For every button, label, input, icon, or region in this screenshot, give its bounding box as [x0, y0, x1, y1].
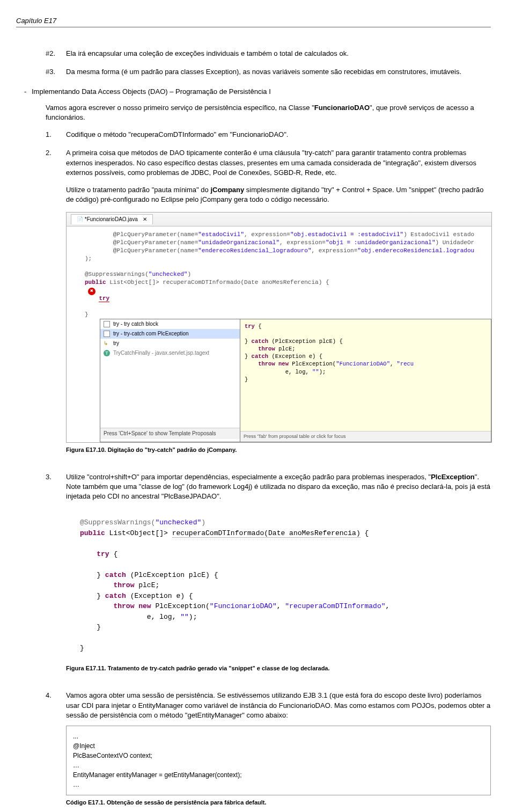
text: "obj1 = :unidadeOrganizacional" [326, 239, 436, 246]
text: public [80, 529, 105, 537]
text: try [97, 550, 109, 558]
marker: #3. [46, 67, 66, 77]
step-4: 4. Vamos agora obter uma sessão de persi… [46, 691, 491, 812]
item-body: Vamos agora obter uma sessão de persistê… [66, 691, 491, 812]
text: catch [252, 338, 269, 345]
text: ); [189, 613, 197, 621]
item-body: Utilize "control+shift+O" para importar … [66, 472, 491, 682]
bold: FuncionarioDAO [314, 104, 370, 112]
text: catch [105, 592, 126, 600]
text: "recuperaComDTInformado" [285, 602, 385, 610]
text: , [277, 602, 285, 610]
text: try [113, 340, 119, 347]
text: ) EstadoCivil estado [403, 231, 474, 238]
file-icon: 📄 [77, 216, 83, 222]
text: List<Object[]> recuperaComDTInformado(Da… [106, 279, 329, 286]
text: "unchecked" [149, 271, 188, 277]
text: "FuncionarioDAO" [336, 361, 390, 367]
paragraph: Utilize o tratamento padrão "pauta mínim… [66, 185, 491, 204]
text: (PlcException plcE) { [126, 571, 218, 579]
error-marker-icon: ✖ [88, 288, 95, 295]
editor-tab[interactable]: 📄 *FuncionarioDAO.java ✕ [71, 214, 153, 224]
text: ) UnidadeOr [436, 239, 475, 246]
figure-caption: Figura E17.10. Digitação do "try-catch" … [66, 446, 491, 454]
text: ); [85, 255, 484, 263]
text: @SuppressWarnings( [80, 518, 155, 526]
item-body: Codifique o método "recuperaComDTInforma… [66, 130, 491, 140]
text: throw [113, 581, 134, 589]
text: { [109, 550, 118, 558]
text: recuperaComDTInformado(Date anoMesRefere… [172, 529, 360, 538]
section-intro: Vamos agora escrever o nosso primeiro se… [46, 103, 491, 122]
autocomplete-popup: try - try catch block try - try-catch co… [67, 319, 491, 442]
proposal-item-selected[interactable]: try - try-catch com PlcException [100, 329, 240, 339]
step-3: 3. Utilize "control+shift+O" para import… [46, 472, 491, 682]
editor-tab-bar: 📄 *FuncionarioDAO.java ✕ [67, 213, 491, 226]
text: try - try catch block [113, 320, 158, 328]
hash-item-3: #3. Da mesma forma (é um padrão para cla… [46, 67, 491, 77]
text: PlcException( [289, 361, 336, 367]
text: } [97, 623, 101, 631]
text: Vamos agora escrever o nosso primeiro se… [46, 104, 314, 112]
text: , expression= [279, 239, 326, 246]
text: "" [180, 613, 189, 621]
text: "unidadeOrganizacional" [198, 239, 279, 246]
bold: PlcException [431, 473, 475, 481]
figure-caption: Figura E17.11. Tratamento de try-catch p… [66, 664, 491, 672]
text: "unchecked" [155, 518, 201, 526]
text: "estadoCivil" [198, 231, 244, 238]
template-icon [104, 331, 110, 337]
dash: - [24, 87, 26, 96]
text: , expression= [311, 247, 357, 254]
text: catch [105, 571, 126, 579]
text: } [245, 376, 487, 383]
text: public [85, 279, 106, 286]
text: try [99, 295, 109, 302]
paragraph: Vamos agora obter uma sessão de persistê… [66, 691, 491, 720]
text: "" [312, 369, 319, 375]
text: , [386, 602, 390, 610]
text: } [80, 643, 483, 654]
text: "enderecoResidencial_logradouro" [198, 247, 311, 254]
step-2: 2. A primeira coisa que métodos de DAO t… [46, 148, 491, 464]
text: catch [252, 353, 269, 360]
type-icon: T [104, 350, 110, 356]
text: "obj.enderecoResidencial.logradou [357, 247, 474, 254]
text: (Exception e) { [268, 353, 322, 360]
text: plcE; [275, 346, 296, 352]
marker: 2. [46, 148, 66, 464]
close-icon[interactable]: ✕ [143, 216, 147, 222]
proposal-preview: try { } catch (PlcException plcE) { thro… [240, 319, 491, 442]
ide-screenshot: 📄 *FuncionarioDAO.java ✕ @PlcQueryParame… [66, 212, 492, 442]
code-caption: Código E17.1. Obtenção de sessão de pers… [66, 799, 491, 807]
chapter-header: Capítulo E17 [16, 16, 491, 27]
item-body: Ela irá encapsular uma coleção de exceçõ… [66, 49, 491, 58]
text: , [390, 361, 397, 367]
proposal-item[interactable]: try - try catch block [100, 319, 240, 329]
proposal-list[interactable]: try - try catch block try - try-catch co… [100, 319, 240, 442]
tab-label: *FuncionarioDAO.java [85, 216, 138, 222]
marker: #2. [46, 49, 66, 58]
text: } [245, 353, 252, 360]
code-editor[interactable]: @PlcQueryParameter(name="estadoCivil", e… [67, 226, 491, 318]
cursor-icon: ↳ [104, 340, 110, 347]
text: throw [258, 346, 275, 352]
proposal-item[interactable]: ↳try [100, 339, 240, 348]
text: } [85, 311, 484, 319]
text: } [97, 592, 105, 600]
bold: jCompany [210, 186, 244, 194]
text: plcE; [134, 581, 159, 589]
text: Utilize o tratamento padrão "pauta mínim… [66, 186, 210, 194]
text: try - try-catch com PlcException [113, 330, 189, 338]
preview-footer: Press 'Tab' from proposal table or click… [240, 431, 491, 441]
code-listing: ... @Inject PlcBaseContextVO context; … … [66, 726, 491, 795]
text: List<Object[]> [105, 529, 172, 537]
proposal-item[interactable]: TTryCatchFinally - javax.servlet.jsp.tag… [100, 348, 240, 358]
text: ); [319, 369, 326, 375]
marker: 4. [46, 691, 66, 812]
text: e, log, [285, 369, 312, 375]
text: throw new [258, 361, 289, 367]
text: @PlcQueryParameter(name= [113, 239, 198, 246]
text: ) [201, 518, 205, 526]
text: e, log, [147, 613, 180, 621]
